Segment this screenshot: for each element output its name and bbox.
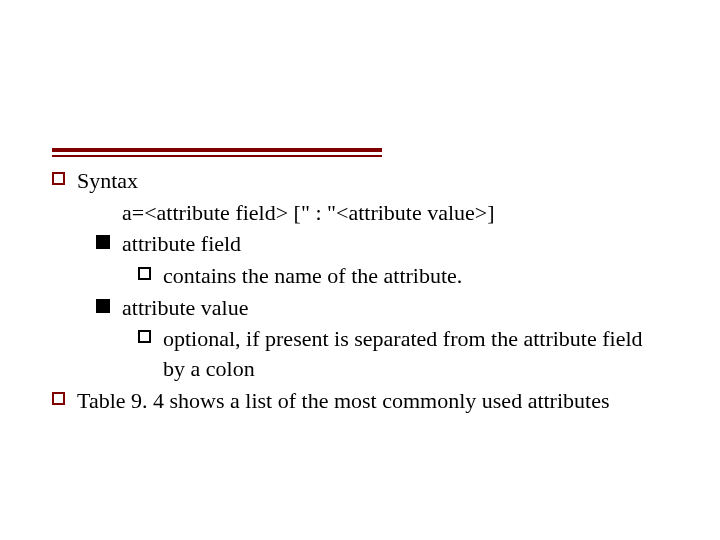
item-text: attribute field xyxy=(122,229,668,259)
square-solid-icon xyxy=(96,235,110,249)
item-text: Syntax xyxy=(77,166,668,196)
list-item: optional, if present is separated from t… xyxy=(138,324,668,383)
square-hollow-icon xyxy=(138,330,151,343)
list-item: Syntax xyxy=(52,166,668,196)
item-text: attribute value xyxy=(122,293,668,323)
slide: Syntax a=<attribute field> [" : "<attrib… xyxy=(0,0,720,540)
divider-rule xyxy=(52,148,382,152)
list-item: a=<attribute field> [" : "<attribute val… xyxy=(122,198,668,228)
list-item: attribute value xyxy=(96,293,668,323)
item-text: optional, if present is separated from t… xyxy=(163,324,668,383)
square-hollow-icon xyxy=(52,172,65,185)
square-solid-icon xyxy=(96,299,110,313)
item-text: Table 9. 4 shows a list of the most comm… xyxy=(77,386,668,416)
item-text: a=<attribute field> [" : "<attribute val… xyxy=(122,198,668,228)
square-hollow-icon xyxy=(138,267,151,280)
list-item: contains the name of the attribute. xyxy=(138,261,668,291)
list-item: attribute field xyxy=(96,229,668,259)
item-text: contains the name of the attribute. xyxy=(163,261,668,291)
square-hollow-icon xyxy=(52,392,65,405)
list-item: Table 9. 4 shows a list of the most comm… xyxy=(52,386,668,416)
slide-content: Syntax a=<attribute field> [" : "<attrib… xyxy=(52,166,668,418)
